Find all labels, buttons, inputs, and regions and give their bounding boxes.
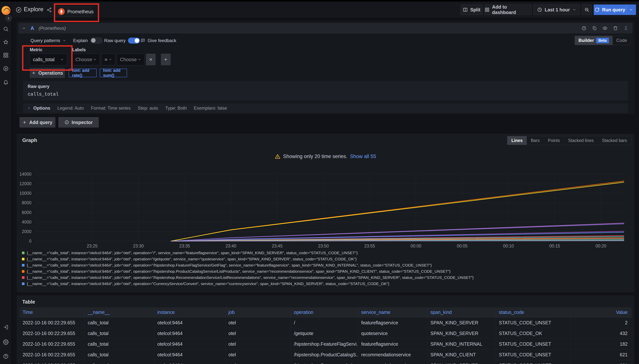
- time-series-plot[interactable]: 0200040006000800010000120001400023:2523:…: [17, 164, 634, 252]
- code-tab[interactable]: Code: [612, 36, 631, 45]
- explain-toggle-group: Explain: [73, 36, 102, 45]
- table-header-job[interactable]: job: [226, 307, 291, 317]
- table-cell: /hipstershop.FeatureFlagServi...: [291, 339, 358, 349]
- metric-select[interactable]: calls_total: [30, 54, 67, 65]
- grafana-logo[interactable]: [2, 6, 10, 15]
- sign-in-icon[interactable]: [3, 324, 8, 330]
- split-button[interactable]: Split: [460, 4, 482, 15]
- search-icon[interactable]: [3, 26, 8, 32]
- legend-label[interactable]: {__name__="calls_total", instance="otelc…: [27, 257, 356, 261]
- y-axis-tick-label: 10000: [20, 191, 32, 196]
- table-cell: calls_total: [85, 360, 154, 364]
- table-cell: otel: [226, 339, 291, 349]
- table-row: 2022-10-16 00:22:29.655calls_totalotelco…: [20, 318, 632, 328]
- table-header-spankind[interactable]: span_kind: [428, 307, 496, 317]
- x-axis-tick-label: 23:35: [179, 244, 190, 248]
- graph-style-bars[interactable]: Bars: [527, 136, 544, 145]
- raw-query-preview-label: Raw query: [28, 84, 624, 89]
- builder-tab[interactable]: Builder Beta: [575, 36, 612, 45]
- run-query-button[interactable]: Run query: [594, 4, 636, 15]
- table-cell: featureflagservice: [358, 318, 428, 328]
- query-help-icon[interactable]: [581, 25, 587, 32]
- table-cell: otelcol:9464: [154, 360, 226, 364]
- add-query-button[interactable]: Add query: [20, 117, 55, 128]
- add-to-dashboard-button[interactable]: Add to dashboard: [484, 4, 532, 15]
- remove-label-filter-button[interactable]: [146, 54, 156, 65]
- legend-label[interactable]: {__name__="calls_total", instance="otelc…: [27, 269, 451, 274]
- info-icon: [64, 120, 69, 124]
- query-row-header[interactable]: A (Prometheus): [18, 23, 632, 34]
- option-summary-item: Legend: Auto: [58, 106, 84, 110]
- hint-add-sum-button[interactable]: hint: add sum(): [100, 69, 127, 77]
- builder-code-switch: Builder Beta Code: [575, 36, 631, 45]
- label-key-select[interactable]: Choose: [72, 54, 100, 65]
- sidebar-expand-button[interactable]: [5, 15, 12, 22]
- raw-query-preview-value: calls_total: [28, 92, 624, 97]
- settings-gear-icon[interactable]: [3, 339, 8, 345]
- legend-item: {__name__="calls_total", instance="otelc…: [22, 250, 630, 256]
- alerting-bell-icon[interactable]: [3, 79, 8, 85]
- table-header-statuscode[interactable]: status_code: [496, 307, 571, 317]
- table-cell: 2022-10-16 00:22:29.655: [20, 339, 85, 349]
- series-color-swatch: [22, 252, 24, 254]
- time-range-picker[interactable]: Last 1 hour: [534, 4, 580, 15]
- zoom-out-button[interactable]: [582, 4, 592, 15]
- hint-add-rate-button[interactable]: hint: add rate(): [69, 69, 97, 77]
- table-cell: calls_total: [85, 328, 154, 338]
- explore-icon[interactable]: [3, 66, 8, 72]
- chevron-down-icon: [109, 58, 112, 61]
- refresh-icon: [595, 7, 600, 12]
- options-expander[interactable]: Options: [27, 106, 50, 111]
- table-header-instance[interactable]: instance: [154, 307, 226, 317]
- table-cell: 432: [571, 328, 632, 338]
- table-header-operation[interactable]: operation: [291, 307, 358, 317]
- table-cell: otelcol:9464: [154, 318, 226, 328]
- table-header-servicename[interactable]: service_name: [358, 307, 428, 317]
- explain-toggle[interactable]: [90, 38, 102, 44]
- starred-icon[interactable]: [3, 39, 8, 45]
- collapse-chevron-icon[interactable]: [22, 26, 26, 30]
- table-header-time[interactable]: Time: [20, 307, 85, 317]
- help-icon[interactable]: [3, 354, 8, 359]
- chevron-down-icon: [572, 8, 576, 12]
- label-operator-select[interactable]: =: [102, 54, 115, 65]
- graph-style-switch: LinesBarsPointsStacked linesStacked bars: [507, 136, 631, 145]
- table-cell: calls_total: [85, 318, 154, 328]
- table-header-value[interactable]: Value: [571, 307, 632, 317]
- delete-query-trash-icon[interactable]: [612, 25, 618, 32]
- drag-handle-icon[interactable]: [623, 25, 629, 32]
- query-editor-panel: A (Prometheus) Query patterns Explain Ra…: [17, 22, 634, 114]
- disable-query-eye-icon[interactable]: [602, 25, 608, 32]
- y-axis-tick-label: 2000: [22, 229, 32, 234]
- table-cell: 2022-10-16 00:22:29.655: [20, 360, 85, 364]
- duplicate-query-icon[interactable]: [591, 25, 598, 32]
- graph-style-stacked-bars[interactable]: Stacked bars: [598, 136, 631, 145]
- operations-button[interactable]: Operations: [30, 68, 65, 78]
- graph-style-points[interactable]: Points: [544, 136, 564, 145]
- label-value-select[interactable]: Choose: [117, 54, 144, 65]
- table-cell: 2022-10-16 00:22:29.655: [20, 318, 85, 328]
- legend-label[interactable]: {__name__="calls_total", instance="otelc…: [27, 263, 432, 268]
- run-query-dropdown[interactable]: [626, 4, 636, 15]
- legend-item: {__name__="calls_total", instance="otelc…: [22, 280, 630, 287]
- share-icon[interactable]: [46, 7, 52, 12]
- raw-query-preview: Raw query calls_total: [23, 81, 628, 100]
- add-label-filter-button[interactable]: [161, 54, 170, 65]
- graph-style-stacked-lines[interactable]: Stacked lines: [564, 136, 598, 145]
- legend-label[interactable]: {__name__="calls_total", instance="otelc…: [27, 282, 389, 286]
- series-color-swatch: [22, 258, 24, 260]
- dashboards-icon[interactable]: [3, 52, 8, 58]
- chevron-down-icon: [138, 58, 141, 61]
- table-cell: otelcol:9464: [154, 350, 226, 360]
- table-cell: featureflagservice: [358, 339, 428, 349]
- query-patterns-dropdown[interactable]: Query patterns: [30, 36, 66, 45]
- show-all-series-link[interactable]: Show all 55: [350, 154, 376, 159]
- graph-style-lines[interactable]: Lines: [507, 136, 527, 145]
- legend-label[interactable]: {__name__="calls_total", instance="otelc…: [27, 251, 358, 255]
- give-feedback-link[interactable]: Give feedback: [140, 36, 176, 45]
- raw-query-toggle[interactable]: [128, 38, 140, 44]
- legend-label[interactable]: {__name__="calls_total", instance="otelc…: [27, 275, 474, 280]
- datasource-picker[interactable]: Prometheus: [55, 6, 92, 17]
- table-header-name[interactable]: __name__: [85, 307, 154, 317]
- inspector-button[interactable]: Inspector: [58, 117, 99, 128]
